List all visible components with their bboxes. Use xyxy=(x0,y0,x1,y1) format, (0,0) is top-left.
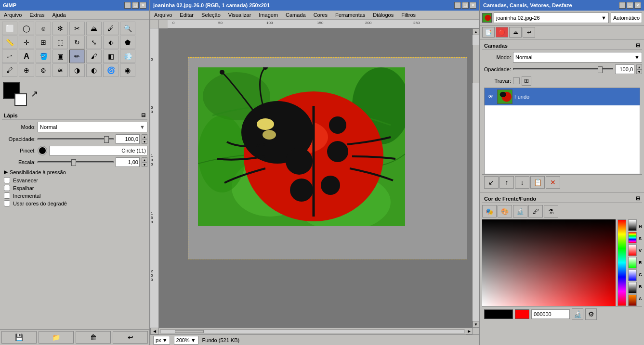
menu-extras[interactable]: Extras xyxy=(27,12,46,18)
menu-arquivo-canvas[interactable]: Arquivo xyxy=(152,12,174,18)
paintbrush-tool[interactable]: 🖌 xyxy=(86,50,102,63)
tool-options-collapse[interactable]: ⊟ xyxy=(141,112,145,118)
tab-undo-icon[interactable]: ↩ xyxy=(523,27,535,38)
tab-vectors-icon[interactable]: ⛰ xyxy=(509,27,522,38)
menu-camada[interactable]: Camada xyxy=(284,12,308,18)
right-close[interactable]: × xyxy=(634,2,641,9)
color-alpha-bar[interactable] xyxy=(628,244,637,256)
free-select-tool[interactable]: ⌾ xyxy=(36,22,51,35)
delete-btn[interactable]: 🗑 xyxy=(76,331,111,344)
color-extra-bar[interactable] xyxy=(628,282,637,294)
save-btn[interactable]: 💾 xyxy=(1,331,37,344)
vscroll-track[interactable] xyxy=(473,35,479,321)
color-tab-picker[interactable]: 🔬 xyxy=(513,205,527,217)
hscroll-thumb[interactable] xyxy=(175,330,204,333)
clone-tool[interactable]: ⊚ xyxy=(36,64,51,77)
dodge-burn-tool[interactable]: ◑ xyxy=(69,64,85,77)
pincel-preview[interactable] xyxy=(38,146,47,155)
layers-opacity-up[interactable]: ▲ xyxy=(636,64,642,69)
shear-tool[interactable]: ⬖ xyxy=(103,36,118,49)
color-swatches[interactable] xyxy=(3,82,27,106)
layers-opacity-thumb[interactable] xyxy=(598,66,603,73)
color-tab-wheel[interactable]: 🎨 xyxy=(498,205,512,217)
text-tool[interactable]: A xyxy=(19,50,34,63)
canvas-minimize[interactable]: _ xyxy=(454,2,461,9)
pincel-name-input[interactable]: Circle (11) xyxy=(49,146,147,155)
hscroll-left[interactable]: ◀ xyxy=(150,328,159,334)
hscroll-right[interactable]: ▶ xyxy=(466,328,473,334)
escala-slider[interactable] xyxy=(38,161,114,163)
open-btn[interactable]: 📁 xyxy=(39,331,74,344)
layers-opacity-down[interactable]: ▼ xyxy=(636,69,642,74)
scissors-tool[interactable]: ✂ xyxy=(69,22,85,35)
travar-checkbox[interactable] xyxy=(513,77,520,84)
canvas-image[interactable] xyxy=(198,67,405,226)
menu-selecao[interactable]: Seleção xyxy=(199,12,223,18)
flip-tool[interactable]: ⇌ xyxy=(2,50,17,63)
layers-opacity-slider[interactable] xyxy=(513,68,613,70)
paths-tool[interactable]: ⛰ xyxy=(86,22,102,35)
crop-tool[interactable]: ⬚ xyxy=(53,36,68,49)
swap-colors-icon[interactable]: ↗ xyxy=(31,89,38,99)
layers-list[interactable]: 👁 Fundo xyxy=(484,88,640,174)
layer-delete-btn[interactable]: ✕ xyxy=(546,176,560,189)
layer-up-btn[interactable]: ↑ xyxy=(499,176,514,189)
smudge-tool[interactable]: ≋ xyxy=(53,64,68,77)
close-btn[interactable]: × xyxy=(140,2,146,9)
perspective-tool[interactable]: ⬟ xyxy=(120,36,135,49)
right-minimize[interactable]: _ xyxy=(619,2,626,9)
zoom-tool[interactable]: 🔍 xyxy=(120,22,135,35)
color-tab-mixer[interactable]: ⚗ xyxy=(544,205,558,217)
horizontal-scrollbar[interactable] xyxy=(159,328,466,334)
move-tool[interactable]: ✛ xyxy=(19,36,34,49)
vertical-scrollbar[interactable]: ▲ ▼ xyxy=(473,28,479,328)
canvas-close[interactable]: × xyxy=(470,2,476,9)
menu-editar[interactable]: Editar xyxy=(178,12,196,18)
color-hue-bar2[interactable] xyxy=(628,232,637,243)
align-tool[interactable]: ⊞ xyxy=(36,36,51,49)
escala-down[interactable]: ▼ xyxy=(142,162,147,167)
measure-tool[interactable]: 📏 xyxy=(2,36,17,49)
menu-dialogos[interactable]: Diálogos xyxy=(371,12,395,18)
espalhar-checkbox[interactable] xyxy=(4,185,10,191)
minimize-btn[interactable]: _ xyxy=(124,2,131,9)
unit-selector[interactable]: px ▼ xyxy=(153,336,170,345)
heal-tool[interactable]: ⊕ xyxy=(19,64,34,77)
travar-alpha-icon[interactable]: ⊞ xyxy=(522,76,531,86)
fuzzy-select-tool[interactable]: ✻ xyxy=(53,22,68,35)
layer-down-btn[interactable]: ↓ xyxy=(515,176,529,189)
layers-section-collapse[interactable]: ⊟ xyxy=(636,42,640,49)
color-blue-bar[interactable] xyxy=(628,269,637,281)
cores-degrade-checkbox[interactable] xyxy=(4,200,10,206)
bucket-fill-tool[interactable]: 🪣 xyxy=(36,50,51,63)
color-extra-bar2[interactable] xyxy=(628,294,637,306)
menu-visualizar[interactable]: Visualizar xyxy=(226,12,253,18)
color-tab-fg[interactable]: 🎭 xyxy=(482,205,497,217)
menu-cores[interactable]: Cores xyxy=(312,12,329,18)
color-green-bar[interactable] xyxy=(628,257,637,268)
tab-layers-icon[interactable]: 📑 xyxy=(482,27,495,38)
layer-eye-fundo[interactable]: 👁 xyxy=(486,92,495,101)
layer-item-fundo[interactable]: 👁 Fundo xyxy=(485,88,640,105)
scale-tool[interactable]: ⤡ xyxy=(86,36,102,49)
mode-combo[interactable]: Normal ▼ xyxy=(38,122,147,132)
escala-slider-thumb[interactable] xyxy=(71,159,76,166)
escala-input[interactable]: 1,00 xyxy=(116,157,140,167)
canvas-viewport[interactable] xyxy=(159,28,473,328)
opacity-input[interactable]: 100,0 xyxy=(116,134,140,144)
color-gradient-saturation[interactable] xyxy=(482,219,616,306)
vscroll-thumb[interactable] xyxy=(473,45,479,83)
undo-btn[interactable]: ↩ xyxy=(113,331,148,344)
menu-ajuda[interactable]: Ajuda xyxy=(50,12,67,18)
pencil-tool[interactable]: ✏ xyxy=(69,50,85,63)
menu-arquivo[interactable]: Arquivo xyxy=(2,12,24,18)
layer-new-btn[interactable]: ↙ xyxy=(484,176,499,189)
vscroll-up[interactable]: ▲ xyxy=(473,28,479,35)
esvanecer-checkbox[interactable] xyxy=(4,177,10,183)
eraser-tool[interactable]: ◧ xyxy=(103,50,118,63)
image-selector-combo[interactable]: joaninha 02.jpg-26 ▼ xyxy=(494,13,609,23)
color-hue-bar[interactable] xyxy=(618,219,626,306)
incremental-checkbox[interactable] xyxy=(4,192,10,199)
desaturate-tool[interactable]: ◐ xyxy=(86,64,102,77)
right-maximize[interactable]: □ xyxy=(627,2,633,9)
